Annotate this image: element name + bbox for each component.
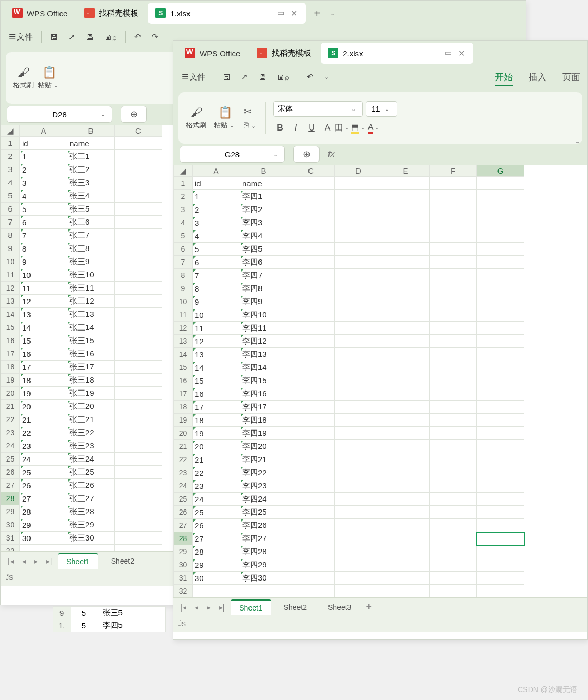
cell[interactable] [477,519,524,532]
cell[interactable]: 张三10 [67,268,115,282]
cell[interactable]: 29 [20,518,67,532]
cell[interactable]: 张三16 [67,347,115,361]
cell[interactable] [430,308,477,322]
cell[interactable]: 李四8 [240,282,287,295]
underline-button[interactable]: U [305,121,318,135]
cell[interactable] [477,427,524,440]
cell[interactable] [115,400,162,413]
cell[interactable]: 李四23 [240,479,287,493]
cell[interactable]: 1 [20,150,67,163]
cell[interactable]: 23 [20,439,67,453]
cell[interactable]: 22 [193,466,240,479]
cell[interactable]: 12 [193,335,240,348]
cell[interactable] [287,479,335,493]
cell[interactable] [287,322,335,335]
row-header[interactable]: 18 [1,361,20,374]
cell[interactable] [115,295,162,308]
row-header[interactable]: 4 [1,176,20,189]
screen-icon[interactable]: ▭ [277,8,284,18]
font-color-button[interactable]: A⌄ [368,121,382,135]
cell[interactable]: 16 [20,347,67,361]
cell[interactable]: 李四1 [240,190,287,203]
cell[interactable] [115,137,162,150]
cell[interactable] [382,479,430,493]
cell[interactable]: 14 [20,321,67,334]
cell[interactable]: 7 [20,229,67,242]
cell[interactable] [287,558,335,572]
cell[interactable] [287,545,335,558]
sheet-tab[interactable]: Sheet1 [58,553,98,569]
preview-icon[interactable]: 🗎⌕ [275,72,292,83]
cell[interactable] [287,532,335,545]
sheet-last-icon[interactable]: ▸| [44,557,54,565]
cell[interactable] [430,295,477,308]
cell[interactable] [287,427,335,440]
col-header[interactable]: E [382,165,430,177]
cell[interactable]: 14 [193,361,240,374]
col-header[interactable]: F [430,165,477,177]
sheet-tab[interactable]: Sheet1 [231,599,271,615]
cell[interactable]: 李四7 [240,269,287,282]
cell[interactable]: 李四27 [240,532,287,545]
cell[interactable]: 李四9 [240,295,287,308]
row-header[interactable]: 13 [174,335,193,348]
cell[interactable] [335,572,382,585]
cell[interactable]: 李四19 [240,427,287,440]
fill-color-button[interactable]: ⬒⌄ [352,121,366,135]
cell[interactable] [382,427,430,440]
cell[interactable]: 张三8 [67,242,115,255]
cell[interactable] [430,493,477,506]
row-header[interactable]: 23 [1,426,20,439]
cell[interactable]: 8 [20,242,67,255]
cell[interactable] [382,453,430,466]
cell[interactable] [430,453,477,466]
cell[interactable] [287,243,335,256]
row-header[interactable]: 19 [174,414,193,427]
cell[interactable]: 2 [20,163,67,176]
cell[interactable] [430,545,477,558]
copy-icon[interactable]: ⎘⌄ [244,121,258,130]
cell[interactable] [477,479,524,493]
row-header[interactable]: 3 [174,203,193,216]
cell[interactable] [287,216,335,229]
cell[interactable] [477,585,524,598]
row-header[interactable]: 8 [1,229,20,242]
cell[interactable] [430,216,477,229]
cell[interactable] [477,506,524,519]
cell[interactable] [287,387,335,401]
name-box-1[interactable]: D28 ⌄ [7,106,112,123]
cell[interactable]: 16 [193,387,240,401]
row-header[interactable]: 14 [174,348,193,361]
cell[interactable] [287,348,335,361]
cell[interactable] [287,374,335,387]
cell[interactable] [287,282,335,295]
cell[interactable] [287,453,335,466]
sheet-first-icon[interactable]: |◂ [6,557,16,565]
cell[interactable] [430,506,477,519]
cell[interactable]: 李四30 [240,572,287,585]
screen-icon[interactable]: ▭ [445,48,452,58]
cell[interactable] [335,216,382,229]
cell[interactable]: 张三18 [67,374,115,387]
cell[interactable] [115,229,162,242]
cell[interactable]: 李四15 [240,374,287,387]
wps-home-tab[interactable]: WPS Office [177,43,247,64]
cell[interactable] [115,532,162,545]
cell[interactable] [115,255,162,268]
cell[interactable]: 11 [20,282,67,295]
row-header[interactable]: 20 [1,387,20,400]
js-icon[interactable]: ĴS [178,621,186,628]
cell[interactable] [115,176,162,189]
cell[interactable]: 20 [20,400,67,413]
cell[interactable]: 李四24 [240,493,287,506]
file-tab-1[interactable]: S 1.xlsx ▭ ✕ [148,3,306,24]
cell[interactable] [430,335,477,348]
row-header[interactable]: 23 [174,466,193,479]
cell[interactable] [477,229,524,243]
cell[interactable]: 李四10 [240,308,287,322]
cell[interactable]: 张三2 [67,163,115,176]
cell[interactable]: 7 [193,269,240,282]
select-all-corner[interactable]: ◢ [1,125,20,137]
cell[interactable] [477,374,524,387]
cell[interactable]: 3 [193,216,240,229]
